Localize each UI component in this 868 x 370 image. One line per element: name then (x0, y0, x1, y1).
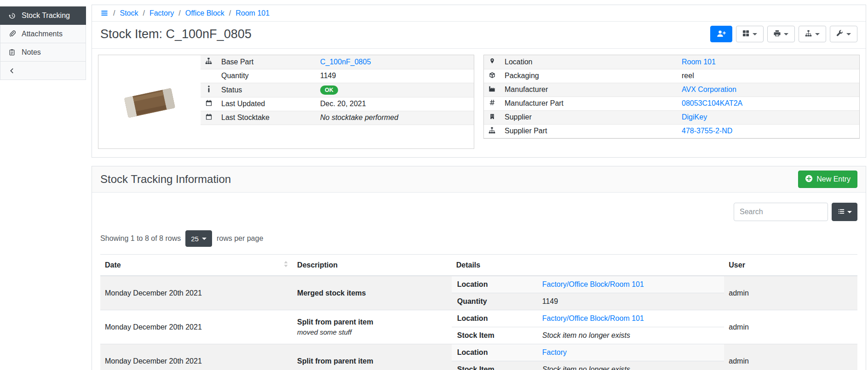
detail-location-link[interactable]: Factory/Office Block/Room 101 (542, 314, 644, 322)
list-icon (838, 208, 845, 216)
info-row-quantity: Quantity 1149 (201, 69, 474, 83)
rows-per-page-text: rows per page (217, 234, 263, 243)
sitemap-icon (489, 127, 495, 135)
paperclip-icon (8, 30, 16, 37)
info-icon (207, 86, 210, 94)
clipboard-icon (8, 49, 16, 56)
info-row-location: Location Room 101 (484, 55, 859, 69)
page-header: Stock Item: C_100nF_0805 (92, 22, 866, 49)
part-thumbnail[interactable] (98, 55, 201, 148)
breadcrumb-link-room-101[interactable]: Room 101 (236, 9, 270, 17)
details-cell: Location Factory Stock Item Stock item n… (452, 344, 724, 370)
stock-adjust-button[interactable] (710, 26, 732, 42)
manufacturer-link[interactable]: AVX Corporation (682, 85, 736, 93)
description-text: Merged stock items (297, 289, 447, 297)
capacitor-image (113, 74, 186, 130)
page-size-dropdown[interactable]: 25 (185, 230, 212, 247)
detail-location-link[interactable]: Factory/Office Block/Room 101 (542, 280, 644, 288)
user-cell: admin (724, 310, 857, 344)
column-header-description: Description (293, 255, 452, 276)
item-summary-panel: Base Part C_100nF_0805 Quantity 1149 Sta… (98, 55, 474, 149)
printer-icon (774, 30, 781, 38)
sidebar-item-attachments[interactable]: Attachments (0, 25, 86, 43)
breadcrumb-link-factory[interactable]: Factory (149, 9, 174, 17)
breadcrumb-link-stock[interactable]: Stock (120, 9, 138, 17)
info-label: Last Stocktake (217, 111, 316, 125)
details-cell: Location Factory/Office Block/Room 101 Q… (452, 276, 724, 310)
plus-circle-icon (805, 175, 813, 184)
detail-value: Stock item no longer exists (542, 365, 630, 370)
menu-bars-icon[interactable] (100, 10, 109, 17)
description-cell: Split from parent item (293, 344, 452, 370)
showing-rows-text: Showing 1 to 8 of 8 rows (100, 234, 181, 243)
quantity-value: 1149 (320, 72, 336, 80)
calendar-icon (206, 114, 212, 121)
breadcrumb-link-office-block[interactable]: Office Block (185, 9, 224, 17)
caret-down-icon (846, 33, 851, 35)
description-text: Split from parent item (297, 318, 447, 326)
info-row-status: Status OK (201, 83, 474, 97)
section-title: Stock Tracking Information (100, 173, 231, 186)
sidebar-item-label: Notes (22, 48, 41, 57)
stock-actions-dropdown-button[interactable] (799, 26, 826, 42)
map-marker-icon (489, 58, 495, 66)
print-dropdown-button[interactable] (767, 26, 795, 42)
box-icon (489, 72, 495, 80)
base-part-link[interactable]: C_100nF_0805 (320, 58, 371, 66)
search-input[interactable] (734, 203, 828, 221)
caret-down-icon (202, 238, 207, 240)
toolbar (710, 26, 857, 42)
info-label: Packaging (500, 69, 677, 83)
detail-row: Quantity 1149 (452, 293, 724, 310)
info-row-base-part: Base Part C_100nF_0805 (201, 55, 474, 69)
pagination: Showing 1 to 8 of 8 rows 25 rows per pag… (100, 230, 857, 247)
hashtag-icon (489, 99, 495, 107)
new-entry-button[interactable]: New Entry (798, 171, 857, 188)
supplier-link[interactable]: DigiKey (682, 113, 707, 121)
column-header-date[interactable]: Date (100, 255, 293, 276)
detail-row: Location Factory/Office Block/Room 101 (452, 310, 724, 327)
last-updated-value: Dec. 20, 2021 (320, 100, 366, 108)
sidebar-item-notes[interactable]: Notes (0, 43, 86, 62)
detail-label: Stock Item (452, 327, 537, 344)
column-header-user: User (724, 255, 857, 276)
history-icon (8, 12, 16, 19)
calendar-icon (206, 100, 212, 108)
info-row-last-updated: Last Updated Dec. 20, 2021 (201, 97, 474, 111)
detail-label: Stock Item (452, 361, 537, 370)
sidebar: Stock Tracking Attachments Notes (0, 0, 86, 370)
info-row-manufacturer: Manufacturer AVX Corporation (484, 83, 859, 97)
info-label: Quantity (217, 69, 316, 83)
grid-icon (742, 30, 749, 38)
view-grid-dropdown-button[interactable] (736, 26, 764, 42)
caret-down-icon (753, 33, 757, 35)
detail-row: Location Factory/Office Block/Room 101 (452, 276, 724, 293)
info-label: Last Updated (217, 97, 316, 111)
tracking-header: Stock Tracking Information New Entry (92, 166, 866, 193)
detail-location-link[interactable]: Factory (542, 348, 567, 356)
sitemap-icon (805, 30, 812, 38)
detail-label: Quantity (452, 293, 537, 310)
sidebar-item-stock-tracking[interactable]: Stock Tracking (0, 6, 86, 25)
sidebar-collapse-button[interactable] (0, 62, 86, 80)
sidebar-item-label: Stock Tracking (22, 11, 70, 20)
description-note: moved some stuff (297, 328, 447, 336)
supplier-part-link[interactable]: 478-3755-2-ND (682, 127, 732, 135)
date-cell: Monday December 20th 2021 (100, 344, 293, 370)
columns-dropdown-button[interactable] (832, 203, 857, 221)
caret-down-icon (815, 33, 820, 35)
stock-tracking-section: Stock Tracking Information New Entry Sho… (92, 166, 866, 370)
info-label: Supplier Part (500, 124, 677, 138)
info-row-supplier-part: Supplier Part 478-3755-2-ND (484, 124, 859, 138)
location-link[interactable]: Room 101 (682, 58, 716, 66)
breadcrumb-separator: / (113, 9, 115, 17)
industry-icon (489, 85, 495, 93)
stock-item-card: / Stock / Factory / Office Block / Room … (92, 5, 866, 158)
manufacturer-part-link[interactable]: 08053C104KAT2A (682, 99, 742, 107)
column-header-details: Details (452, 255, 724, 276)
purchase-info-panel: Location Room 101 Packaging reel Manufac… (483, 55, 860, 139)
user-plus-icon (717, 30, 726, 39)
admin-dropdown-button[interactable] (830, 26, 857, 42)
info-label: Status (217, 83, 316, 97)
detail-row: Stock Item Stock item no longer exists (452, 361, 724, 370)
